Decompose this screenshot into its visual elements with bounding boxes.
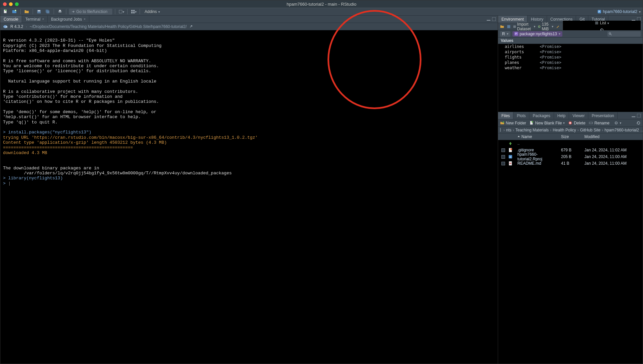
svg-point-32 xyxy=(609,33,611,34)
files-tabstrip: Files Plots Packages Help Viewer Present… xyxy=(498,112,643,119)
pane-maximize-icon[interactable] xyxy=(492,17,496,21)
package-scope-label: package:nycflights13 xyxy=(520,32,557,36)
file-row[interactable]: README.md41 BJan 24, 2024, 11:00 AM xyxy=(498,160,643,167)
file-checkbox[interactable] xyxy=(501,148,505,152)
project-menu[interactable]: R hpam7660-tutorial2 xyxy=(597,9,641,14)
tab-presentation-label: Presentation xyxy=(592,113,614,118)
breadcrumb-item[interactable]: Health Policy xyxy=(553,128,576,132)
addins-label: Addins xyxy=(145,9,157,14)
env-value-name: flights xyxy=(505,55,540,60)
language-scope[interactable]: R xyxy=(500,31,510,37)
rename-button[interactable]: Rename xyxy=(589,121,609,125)
svg-text:R: R xyxy=(509,156,511,159)
env-value-row[interactable]: airports<Promise> xyxy=(498,49,643,55)
load-workspace-button[interactable] xyxy=(500,25,504,29)
open-file-button[interactable] xyxy=(23,9,30,15)
folder-plus-icon xyxy=(500,121,504,125)
svg-rect-14 xyxy=(131,10,133,12)
breadcrumb-item[interactable]: Teaching Materials xyxy=(515,128,549,132)
refresh-button[interactable] xyxy=(636,121,641,125)
svg-rect-39 xyxy=(589,122,593,124)
tab-help[interactable]: Help xyxy=(554,112,569,119)
save-workspace-button[interactable] xyxy=(507,25,511,29)
tab-presentation[interactable]: Presentation xyxy=(588,112,618,119)
toolbar-separator xyxy=(115,9,115,14)
column-header-size[interactable]: Size xyxy=(561,134,584,139)
window-minimize-button[interactable] xyxy=(9,2,13,6)
file-size: 679 B xyxy=(561,148,584,152)
svg-point-35 xyxy=(502,121,504,123)
working-directory[interactable]: ~/Dropbox/Documents/Teaching Materials/H… xyxy=(30,24,187,29)
file-row[interactable]: Rhpam7660-tutorial2.Rproj205 BJan 24, 20… xyxy=(498,153,643,160)
tab-viewer[interactable]: Viewer xyxy=(569,112,588,119)
broom-button[interactable] xyxy=(556,25,560,29)
goto-file-function[interactable]: Go to file/function xyxy=(69,9,112,15)
close-icon[interactable]: × xyxy=(42,17,44,21)
files-breadcrumb[interactable]: ›nts›Teaching Materials›Health Policy›Gi… xyxy=(498,127,643,133)
breadcrumb-separator-icon: › xyxy=(503,128,505,132)
pane-minimize-icon[interactable] xyxy=(486,17,490,21)
new-file-button[interactable] xyxy=(2,9,9,15)
file-type-icon: R xyxy=(508,154,513,159)
right-pane: Environment History Connections Git Tuto… xyxy=(498,16,643,364)
env-search-input[interactable] xyxy=(607,31,641,37)
breadcrumb-item[interactable]: hpam7660-tutorial2 xyxy=(604,128,639,132)
view-mode-label: List xyxy=(600,21,606,25)
traffic-lights xyxy=(3,2,19,6)
file-checkbox[interactable] xyxy=(501,162,505,165)
panes-dropdown[interactable] xyxy=(130,9,137,15)
pane-minimize-icon[interactable] xyxy=(631,114,635,118)
toolbar-separator xyxy=(54,9,54,14)
env-value-row[interactable]: planes<Promise> xyxy=(498,60,643,65)
new-folder-button[interactable]: New Folder xyxy=(500,121,526,125)
package-scope[interactable]: P package:nycflights13 xyxy=(512,31,562,37)
breadcrumb-item[interactable]: GitHub Site xyxy=(580,128,600,132)
pane-maximize-icon[interactable] xyxy=(637,114,641,118)
tab-plots[interactable]: Plots xyxy=(513,112,529,119)
print-button[interactable] xyxy=(57,9,63,15)
more-dropdown[interactable] xyxy=(614,121,621,125)
svg-rect-29 xyxy=(513,27,514,28)
save-all-button[interactable] xyxy=(44,9,51,15)
tab-files[interactable]: Files xyxy=(498,112,513,119)
app-window: hpam7660-tutorial2 - main - RStudio Go t… xyxy=(0,0,643,364)
tab-packages[interactable]: Packages xyxy=(529,112,554,119)
svg-rect-17 xyxy=(133,12,135,14)
popup-icon[interactable] xyxy=(189,25,193,28)
tab-background-jobs[interactable]: Background Jobs × xyxy=(48,16,89,23)
close-icon[interactable]: × xyxy=(84,17,86,21)
column-header-name[interactable]: Name xyxy=(516,134,561,139)
env-value-row[interactable]: weather<Promise> xyxy=(498,65,643,71)
tab-console[interactable]: Console xyxy=(0,16,22,23)
memory-label: 135 MiB xyxy=(542,22,550,31)
language-scope-label: R xyxy=(502,32,505,36)
svg-text:R: R xyxy=(598,10,600,13)
delete-button[interactable]: Delete xyxy=(568,121,585,125)
console-output[interactable]: R version 4.3.2 (2023-10-31) -- "Eye Hol… xyxy=(0,30,498,364)
tools-dropdown[interactable] xyxy=(118,9,125,15)
window-close-button[interactable] xyxy=(3,2,7,6)
svg-rect-8 xyxy=(38,10,40,12)
env-value-row[interactable]: flights<Promise> xyxy=(498,55,643,60)
file-checkbox[interactable] xyxy=(501,155,505,159)
toolbar-separator xyxy=(33,9,33,14)
env-value-value: <Promise> xyxy=(540,66,561,70)
import-dataset-dropdown[interactable]: Import Dataset xyxy=(513,22,535,31)
env-value-row[interactable]: airlines<Promise> xyxy=(498,44,643,49)
addins-dropdown[interactable]: Addins xyxy=(143,9,162,15)
save-button[interactable] xyxy=(36,9,42,15)
svg-point-37 xyxy=(532,121,533,123)
window-maximize-button[interactable] xyxy=(15,2,19,6)
select-all-checkbox[interactable] xyxy=(500,128,501,132)
files-up-row[interactable]: .. xyxy=(498,140,643,147)
tab-terminal[interactable]: Terminal × xyxy=(22,16,48,23)
view-mode-dropdown[interactable]: List xyxy=(595,21,609,25)
new-project-button[interactable] xyxy=(11,9,18,15)
new-blank-file-button[interactable]: New Blank File xyxy=(529,121,565,125)
breadcrumb-separator-icon: › xyxy=(602,128,603,132)
memory-usage[interactable]: 135 MiB xyxy=(538,22,553,31)
column-header-modified[interactable]: Modified xyxy=(584,134,643,139)
env-value-name: airports xyxy=(505,50,540,54)
files-pane: Files Plots Packages Help Viewer Present… xyxy=(498,112,643,364)
breadcrumb-item[interactable]: nts xyxy=(506,128,511,132)
